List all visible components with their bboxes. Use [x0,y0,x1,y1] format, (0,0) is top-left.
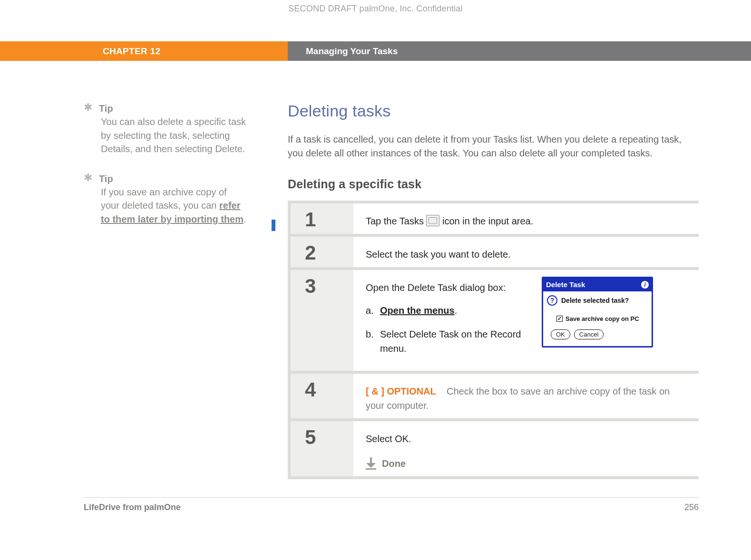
step-number: 1 [305,208,316,231]
done-label: Done [382,456,406,471]
star-icon: ✱ [84,102,92,115]
cancel-button[interactable]: Cancel [574,329,604,340]
step-text-pre: Tap the Tasks [366,216,426,226]
confidential-header: SECOND DRAFT palmOne, Inc. Confidential [0,2,751,41]
substep-letter: a. [366,303,375,318]
tip-label: Tip [99,172,113,185]
step-text: Select OK. Done [366,427,411,471]
footer: LifeDrive from palmOne 256 [84,497,699,512]
step-text-post: icon in the input area. [442,216,533,226]
tip-body: You can also delete a specific task by s… [84,115,247,155]
steps-container: 1 Tap the Tasks icon in the input area. … [288,201,699,479]
dialog-checkbox-label: Save archive copy on PC [566,314,639,324]
delete-task-dialog: Delete Task i ? Delete selected task? ✓ [542,277,653,348]
dialog-checkbox-row[interactable]: ✓ Save archive copy on PC [547,314,648,324]
section-title: Deleting a specific task [288,177,699,191]
tip-label: Tip [99,102,113,115]
dialog-question-row: ? Delete selected task? [547,295,648,306]
info-icon[interactable]: i [641,281,649,289]
step-number-col: 1 [291,203,353,234]
page-title: Deleting tasks [288,102,699,120]
dialog-question: Delete selected task? [561,296,629,306]
step-number-col: 2 [291,237,353,267]
question-icon: ? [547,295,557,306]
step-number: 2 [305,241,316,264]
chapter-label: CHAPTER 12 [0,41,288,61]
substep-text: Select Delete Task on the Record menu. [380,327,527,356]
page-number: 256 [684,502,699,512]
step-row: 2 Select the task you want to delete. [291,237,699,267]
tip-block: ✱ Tip If you save an archive copy of you… [84,172,247,226]
step-number: 5 [305,426,316,449]
step-text: Select the task you want to delete. [366,242,511,261]
change-bar [272,220,275,231]
tip-text-pre: If you save an archive copy of your dele… [101,187,227,211]
page: SECOND DRAFT palmOne, Inc. Confidential … [0,0,751,560]
step-content: Open the Delete Task dialog box: a. Open… [353,276,689,365]
checkbox-icon[interactable]: ✓ [556,316,563,322]
body: ✱ Tip You can also delete a specific tas… [0,61,751,479]
sidebar: ✱ Tip You can also delete a specific tas… [0,102,288,479]
step-number-col: 4 [291,374,353,418]
step-text-line: Select OK. [366,432,411,446]
step-text: Tap the Tasks icon in the input area. [366,209,533,228]
substep-link[interactable]: Open the menus [380,305,455,316]
step-text: Open the Delete Task dialog box: a. Open… [366,276,527,365]
step-content: [ & ] OPTIONAL Check the box to save an … [353,379,689,413]
substep: b. Select Delete Task on the Record menu… [366,327,527,356]
step-row: 1 Tap the Tasks icon in the input area. [291,203,699,234]
substep-letter: b. [366,327,375,356]
step-content: Select OK. Done [353,427,689,471]
dialog-actions: OK Cancel [547,329,648,343]
step-row: 3 Open the Delete Task dialog box: a. Op… [291,270,699,371]
tasks-icon [426,215,439,226]
ok-button[interactable]: OK [551,329,570,340]
tip-body: If you save an archive copy of your dele… [84,185,247,226]
tip-block: ✱ Tip You can also delete a specific tas… [84,102,247,156]
tip-text-post: . [244,214,246,224]
step-row: 4 [ & ] OPTIONAL Check the box to save a… [291,374,699,418]
done-arrow-icon [366,457,376,470]
substeps: a. Open the menus. b. Select Delete Task… [366,303,527,356]
step-text: [ & ] OPTIONAL Check the box to save an … [366,379,684,413]
substep-post: . [455,305,458,316]
step-content: Tap the Tasks icon in the input area. [353,209,689,228]
intro-text: If a task is cancelled, you can delete i… [288,133,687,160]
done-row: Done [366,456,411,471]
chapter-title: Managing Your Tasks [288,41,751,61]
main: Deleting tasks If a task is cancelled, y… [288,102,751,479]
step-content: Select the task you want to delete. [353,242,689,261]
step-row: 5 Select OK. Done [291,421,699,476]
dialog-title-bar: Delete Task i [543,278,652,292]
step-number-col: 3 [291,270,353,371]
star-icon: ✱ [84,172,92,185]
optional-tag: [ & ] OPTIONAL [366,386,436,396]
dialog-body: ? Delete selected task? ✓ Save archive c… [543,291,652,346]
step-number: 3 [305,275,316,298]
step-text-line: Open the Delete Task dialog box: [366,280,527,295]
header-left: CHAPTER 12 [0,41,288,61]
substep: a. Open the menus. [366,303,527,318]
step-number-col: 5 [291,421,353,476]
dialog-title: Delete Task [546,280,585,290]
substep-text: Open the menus. [380,303,457,318]
step-number: 4 [305,378,316,401]
header-row: CHAPTER 12 Managing Your Tasks [0,41,751,61]
footer-product: LifeDrive from palmOne [84,502,181,512]
